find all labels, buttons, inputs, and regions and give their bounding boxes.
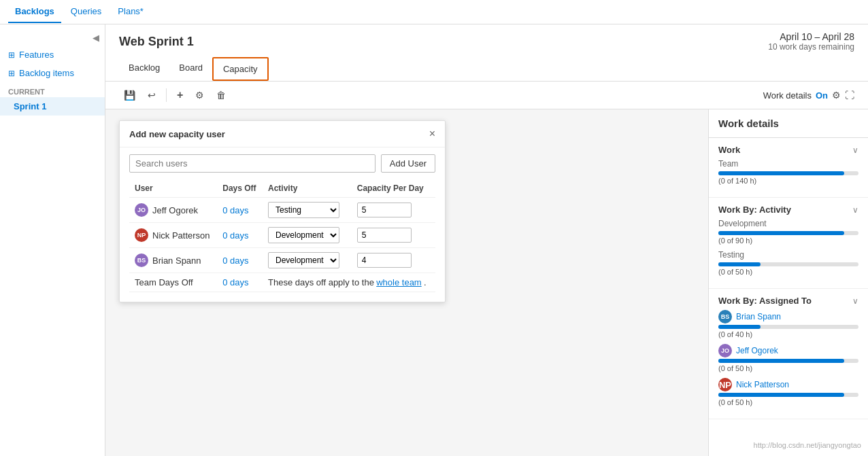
toolbar-separator-1: [166, 88, 167, 102]
tab-capacity[interactable]: Capacity: [212, 57, 269, 81]
development-label: Development: [718, 219, 858, 228]
top-nav: Backlogs Queries Plans*: [0, 0, 868, 24]
brian-spann-progress-label: (0 of 40 h): [718, 330, 858, 338]
backlog-items-icon: ⊞: [8, 69, 15, 78]
capacity-panel: Add new capacity user × Add User User Da…: [105, 109, 708, 456]
col-capacity-per-day: Capacity Per Day: [352, 179, 435, 198]
work-details-on: On: [816, 90, 828, 101]
work-team-progress-label: (0 of 140 h): [718, 177, 858, 185]
work-by-assigned-section: Work By: Assigned To ∨ BS Brian Spann (0…: [709, 289, 868, 419]
capacity-input[interactable]: [357, 203, 412, 217]
collapse-button[interactable]: ◀: [0, 30, 105, 46]
work-by-activity-title: Work By: Activity: [718, 205, 791, 215]
sidebar: ◀ ⊞ Features ⊞ Backlog items Current Spr…: [0, 24, 105, 456]
settings-button[interactable]: ⚙: [190, 86, 209, 104]
nick-patterson-name[interactable]: Nick Patterson: [736, 380, 789, 389]
dialog-title: Add new capacity user: [129, 129, 225, 139]
sprint-header: Web Sprint 1 April 10 – April 28 10 work…: [105, 24, 868, 82]
table-row: JO Jeff Ogorek 0 days Testing Developmen…: [129, 198, 435, 223]
activity-select[interactable]: Development Testing: [268, 227, 339, 243]
sprint-date-range: April 10 – April 28: [768, 31, 854, 42]
brian-spann-name[interactable]: Brian Spann: [736, 312, 781, 321]
undo-button[interactable]: ↩: [143, 86, 161, 104]
activity-select[interactable]: Testing Development: [268, 202, 339, 218]
nick-patterson-progress-label: (0 of 50 h): [718, 398, 858, 406]
testing-label: Testing: [718, 250, 858, 260]
jeff-ogorek-progress-bar: [718, 359, 858, 363]
add-button[interactable]: +: [172, 86, 188, 105]
days-off-link[interactable]: 0 days: [222, 230, 248, 241]
nick-patterson-avatar: NP: [718, 378, 732, 391]
add-user-dialog: Add new capacity user × Add User User Da…: [119, 120, 446, 302]
tab-board[interactable]: Board: [169, 57, 212, 81]
sidebar-item-backlog-items[interactable]: ⊞ Backlog items: [0, 64, 105, 82]
avatar: NP: [135, 228, 148, 242]
delete-button[interactable]: 🗑: [212, 86, 231, 104]
capacity-input[interactable]: [357, 253, 412, 268]
sidebar-item-features[interactable]: ⊞ Features: [0, 46, 105, 64]
sprint-days-remaining: 10 work days remaining: [768, 42, 854, 52]
col-activity: Activity: [263, 179, 352, 198]
user-name: Jeff Ogorek: [152, 205, 198, 215]
jeff-ogorek-progress-label: (0 of 50 h): [718, 364, 858, 372]
team-days-off-description: These days off apply to the whole team .: [268, 278, 427, 287]
testing-progress-label: (0 of 50 h): [718, 268, 858, 276]
work-by-assigned-title: Work By: Assigned To: [718, 296, 812, 306]
features-label: Features: [19, 50, 54, 60]
user-name: Brian Spann: [152, 256, 201, 266]
avatar: JO: [135, 203, 148, 217]
col-days-off: Days Off: [217, 179, 263, 198]
team-days-off-row: Team Days Off 0 days These days off appl…: [129, 273, 435, 292]
sidebar-item-sprint1[interactable]: Sprint 1: [0, 97, 105, 116]
col-user: User: [129, 179, 217, 198]
development-progress-bar: [718, 231, 858, 235]
work-details-label: Work details: [763, 90, 812, 101]
nav-queries[interactable]: Queries: [64, 1, 109, 23]
jeff-ogorek-avatar: JO: [718, 344, 732, 357]
whole-team-link[interactable]: whole team: [376, 277, 421, 287]
toolbar: 💾 ↩ + ⚙ 🗑 Work details On ⚙ ⛶: [105, 82, 868, 109]
days-off-link[interactable]: 0 days: [222, 256, 248, 266]
table-row: NP Nick Patterson 0 days Development Tes…: [129, 223, 435, 248]
sprint-title: Web Sprint 1: [119, 35, 194, 49]
jeff-ogorek-name[interactable]: Jeff Ogorek: [736, 346, 778, 355]
work-team-progress-bar: [718, 171, 858, 175]
nick-patterson-progress-bar: [718, 393, 858, 397]
work-section-chevron[interactable]: ∨: [852, 145, 858, 155]
work-section-title: Work: [718, 145, 740, 155]
work-by-activity-section: Work By: Activity ∨ Development (0 of 90…: [709, 198, 868, 289]
brian-spann-progress-bar: [718, 325, 858, 329]
add-user-button[interactable]: Add User: [381, 154, 435, 173]
nav-backlogs[interactable]: Backlogs: [8, 1, 61, 23]
development-progress-label: (0 of 90 h): [718, 236, 858, 245]
avatar: BS: [135, 253, 148, 267]
dialog-close-button[interactable]: ×: [429, 128, 435, 140]
nav-plans[interactable]: Plans*: [111, 1, 150, 23]
save-button[interactable]: 💾: [119, 86, 140, 104]
tab-backlog[interactable]: Backlog: [119, 57, 169, 81]
days-off-link[interactable]: 0 days: [222, 205, 248, 215]
sprint-dates: April 10 – April 28 10 work days remaini…: [768, 31, 854, 52]
sprint1-label: Sprint 1: [14, 101, 46, 111]
work-details-expand-icon[interactable]: ⛶: [845, 90, 854, 101]
right-panel-title: Work details: [718, 118, 779, 129]
right-panel: Work details Work ∨ Team (0 of 140 h): [708, 109, 868, 456]
capacity-input[interactable]: [357, 228, 412, 243]
work-team-label: Team: [718, 159, 858, 169]
table-row: BS Brian Spann 0 days Development Testin…: [129, 248, 435, 273]
sidebar-group-label: Current: [0, 82, 105, 97]
features-icon: ⊞: [8, 50, 15, 60]
work-by-assigned-chevron[interactable]: ∨: [852, 296, 858, 306]
user-name: Nick Patterson: [152, 230, 210, 241]
testing-progress-bar: [718, 262, 858, 266]
search-users-input[interactable]: [129, 154, 375, 173]
backlog-items-label: Backlog items: [19, 68, 74, 78]
activity-select[interactable]: Development Testing: [268, 252, 339, 268]
team-days-off-label: Team Days Off: [135, 277, 193, 287]
work-details-settings-icon[interactable]: ⚙: [832, 90, 841, 101]
brian-spann-avatar: BS: [718, 310, 732, 323]
work-section: Work ∨ Team (0 of 140 h): [709, 138, 868, 198]
watermark: http://blog.csdn.net/jiangyongtao: [754, 441, 861, 449]
work-by-activity-chevron[interactable]: ∨: [852, 205, 858, 215]
team-days-off-link[interactable]: 0 days: [222, 277, 248, 287]
